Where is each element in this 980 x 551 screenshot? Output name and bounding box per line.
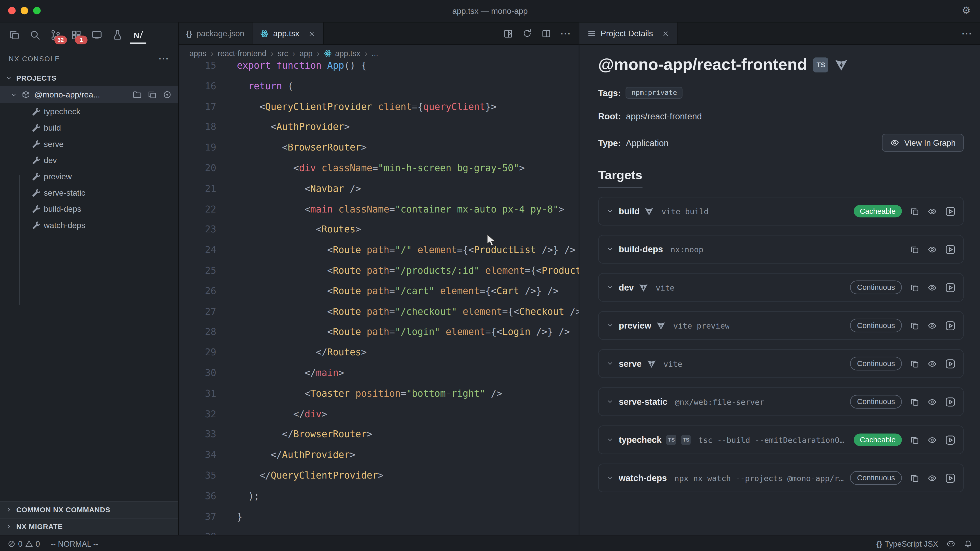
close-tab-icon[interactable] [662,30,669,37]
file-copy-icon[interactable] [148,90,157,100]
sidebar-target-build-deps[interactable]: build-deps [0,200,178,217]
code-line-24[interactable]: 24 <Route path="/" element={<ProductList… [179,240,579,260]
source-control-icon[interactable]: 32 [49,27,62,43]
view-button[interactable] [928,245,937,254]
chevron-down-icon[interactable] [606,436,614,443]
sidebar-section-common-nx-commands[interactable]: COMMON NX COMMANDS [0,501,178,518]
sidebar-target-dev[interactable]: dev [0,152,178,168]
target-row-build-deps[interactable]: build-depsnx:noop [598,235,964,264]
open-changes-icon[interactable] [503,28,513,38]
view-button[interactable] [928,321,937,330]
view-button[interactable] [928,435,937,445]
code-line-28[interactable]: 28 <Route path="/login" element={<Login … [179,322,579,342]
code-line-36[interactable]: 36 ); [179,486,579,507]
run-button[interactable] [945,473,956,483]
code-line-25[interactable]: 25 <Route path="/products/:id" element={… [179,260,579,281]
editor-more-actions-icon[interactable]: ··· [561,28,571,38]
sidebar-target-serve-static[interactable]: serve-static [0,184,178,200]
folder-icon[interactable] [132,90,142,100]
target-row-dev[interactable]: devviteContinuous [598,273,964,302]
code-line-33[interactable]: 33 </BrowserRouter> [179,424,579,445]
code-line-15[interactable]: 15export function App() { [179,62,579,76]
breadcrumb-item[interactable]: app [299,49,312,58]
code-line-30[interactable]: 30 </main> [179,363,579,383]
remote-explorer-icon[interactable] [90,27,104,43]
view-button[interactable] [928,397,937,407]
copy-button[interactable] [910,397,920,407]
chevron-down-icon[interactable] [606,360,614,367]
target-row-typecheck[interactable]: typecheckTSTStsc --build --emitDeclarati… [598,426,964,454]
code-line-38[interactable]: 38 [179,527,579,535]
chevron-down-icon[interactable] [606,245,614,253]
run-button[interactable] [945,396,956,407]
code-line-35[interactable]: 35 </QueryClientProvider> [179,465,579,486]
sidebar-target-watch-deps[interactable]: watch-deps [0,217,178,233]
target-row-watch-deps[interactable]: watch-depsnpx nx watch --projects @mono-… [598,464,964,492]
copy-button[interactable] [910,245,920,254]
breadcrumb-item[interactable]: react-frontend [218,49,266,58]
code-line-32[interactable]: 32 </div> [179,404,579,424]
code-line-16[interactable]: 16 return ( [179,76,579,97]
tab-package-json[interactable]: {} package.json [179,22,252,44]
code-line-37[interactable]: 37} [179,507,579,527]
gear-icon[interactable]: ⚙ [962,5,970,16]
copy-button[interactable] [910,435,920,445]
breadcrumb-item[interactable]: src [278,49,288,58]
code-line-34[interactable]: 34 </AuthProvider> [179,445,579,465]
language-mode[interactable]: {} TypeScript JSX [877,540,938,548]
copy-button[interactable] [910,321,920,330]
code-line-18[interactable]: 18 <AuthProvider> [179,117,579,138]
breadcrumb-item[interactable]: apps [189,49,206,58]
view-button[interactable] [928,283,937,292]
copy-button[interactable] [910,206,920,216]
target-icon[interactable] [162,90,172,100]
code-line-21[interactable]: 21 <Navbar /> [179,179,579,199]
chevron-down-icon[interactable] [606,322,614,329]
code-line-17[interactable]: 17 <QueryClientProvider client={queryCli… [179,97,579,117]
run-button[interactable] [945,434,956,445]
view-button[interactable] [928,359,937,368]
view-in-graph-button[interactable]: View In Graph [882,134,964,152]
code-line-23[interactable]: 23 <Routes> [179,220,579,240]
chevron-down-icon[interactable] [606,207,614,215]
code-line-19[interactable]: 19 <BrowserRouter> [179,138,579,158]
breadcrumb-item[interactable]: app.tsx [324,49,360,58]
view-button[interactable] [928,473,937,483]
bell-icon[interactable] [964,540,972,548]
tab-app-tsx[interactable]: app.tsx [252,22,324,44]
sidebar-more-actions-icon[interactable]: ··· [159,54,169,64]
testing-icon[interactable] [110,27,124,43]
sidebar-target-build[interactable]: build [0,119,178,136]
breadcrumb-item[interactable]: ... [372,49,378,58]
problems-indicator[interactable]: 0 0 [7,540,40,548]
run-button[interactable] [945,358,956,369]
code-line-20[interactable]: 20 <div className="min-h-screen bg-gray-… [179,158,579,179]
copilot-icon[interactable] [946,539,956,548]
copy-button[interactable] [910,359,920,368]
nx-console-icon[interactable]: N [131,27,145,43]
search-icon[interactable] [28,27,42,43]
target-row-serve-static[interactable]: serve-static@nx/web:file-serverContinuou… [598,387,964,416]
project-row[interactable]: @mono-app/rea... [0,86,178,103]
run-button[interactable] [945,282,956,293]
run-button[interactable] [945,320,956,331]
code-line-27[interactable]: 27 <Route path="/checkout" element={<Che… [179,302,579,322]
close-tab-icon[interactable] [308,30,315,37]
refresh-icon[interactable] [522,29,532,38]
view-button[interactable] [928,206,937,216]
code-editor[interactable]: 15export function App() {16 return (17 <… [179,62,579,535]
code-line-29[interactable]: 29 </Routes> [179,342,579,363]
projects-section-header[interactable]: PROJECTS [0,70,178,86]
code-line-26[interactable]: 26 <Route path="/cart" element={<Cart />… [179,281,579,301]
target-row-serve[interactable]: serveviteContinuous [598,349,964,378]
code-line-31[interactable]: 31 <Toaster position="bottom-right" /> [179,383,579,404]
target-row-preview[interactable]: previewvite previewContinuous [598,311,964,340]
sidebar-target-typecheck[interactable]: typecheck [0,103,178,119]
run-button[interactable] [945,206,956,217]
minimize-window-button[interactable] [21,7,28,14]
sidebar-target-serve[interactable]: serve [0,135,178,152]
close-window-button[interactable] [8,7,16,14]
copy-button[interactable] [910,473,920,483]
run-button[interactable] [945,244,956,254]
split-editor-icon[interactable] [541,28,551,38]
